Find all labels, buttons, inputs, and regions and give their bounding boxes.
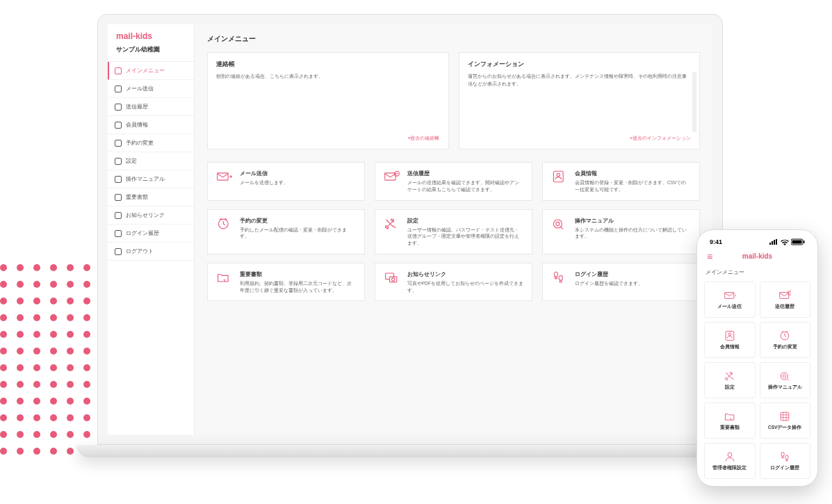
sidebar-item-calendar[interactable]: 予約の変更 [108,134,194,152]
card-desc: ユーザー情報の確認、パスワード・テスト送信先・送信グループ・固定文章や管理者権限… [407,227,523,247]
member-icon [551,170,568,184]
phone-card-folder[interactable]: 重要書類 [704,403,756,439]
card-desc: 会員情報の登録・変更・削除ができます。CSVでの一括変更も可能です。 [575,179,691,193]
members-icon [115,122,122,129]
phone-card-mail-send[interactable]: メール送信 [704,282,756,318]
card-search[interactable]: 操作マニュアル本システムの機能と操作の仕方について解説しています。 [542,209,700,254]
admin-icon [724,451,736,462]
phone-card-mail-history[interactable]: 送信履歴 [760,282,811,318]
information-panel-desc: 運営からのお知らせがある場合に表示されます。メンテナンス情報や障害時、その他利用… [468,73,692,135]
member-icon [724,330,736,341]
card-tools[interactable]: 設定ユーザー情報の確認、パスワード・テスト送信先・送信グループ・固定文章や管理者… [375,209,532,254]
login-icon [115,230,122,237]
card-title: お知らせリンク [407,270,523,278]
information-panel-link[interactable]: »過去のインフォメーション [468,135,692,142]
information-panel-title: インフォメーション [468,60,692,69]
mail-icon [115,86,122,92]
card-title: 重要書類 [240,270,356,278]
sidebar-item-label: メインメニュー [126,67,165,74]
phone-card-label: 操作マニュアル [768,384,802,391]
brand-logo: mail-kids [108,24,194,45]
sidebar-item-docs[interactable]: 重要書類 [108,188,194,206]
card-desc: メールの送信結果を確認できます。開封確認やアンケートの結果もこちらで確認できます… [407,179,523,193]
sidebar-item-label: メール送信 [126,85,154,92]
card-footsteps[interactable]: ログイン履歴ログイン履歴を確認できます。 [542,263,700,302]
sidebar-item-label: 予約の変更 [126,139,154,147]
sidebar-item-link[interactable]: お知らせリンク [108,206,194,225]
card-desc: 利用規約、契約書類、登録用二次元コードなど、次年度に引く継ぐ重要な書類が入ってい… [240,280,356,294]
sidebar-item-login[interactable]: ログイン履歴 [108,225,194,243]
camera-icon [384,270,400,284]
card-folder[interactable]: 重要書類利用規約、契約書類、登録用二次元コードなど、次年度に引く継ぐ重要な書類が… [207,263,365,302]
csv-icon [778,411,791,422]
sidebar-item-mail[interactable]: メール送信 [108,80,194,98]
phone-time: 9:41 [710,238,722,245]
logout-icon [115,248,122,255]
sidebar-item-label: 設定 [126,157,137,165]
tools-icon [384,217,400,231]
phone-mockup: 9:41 ≡ mail-kids メインメニュー メール送信送信履歴会員情報予約… [696,229,818,487]
sidebar-item-history[interactable]: 送信履歴 [108,98,194,116]
sidebar-item-label: ログイン履歴 [126,229,159,237]
mail-history-icon [778,290,791,301]
phone-card-search[interactable]: 操作マニュアル [760,362,811,398]
search-icon [778,371,791,382]
card-title: 送信履歴 [407,170,523,177]
clock-icon [778,330,791,341]
laptop-mockup: mail-kids サンプル幼稚園 メインメニューメール送信送信履歴会員情報予約… [97,14,723,457]
svg-rect-2 [804,241,805,243]
folder-icon [216,270,233,284]
sidebar-item-home[interactable]: メインメニュー [108,62,194,80]
phone-card-label: 送信履歴 [775,304,794,310]
contacts-panel: 連絡帳 個別の連絡がある場合、こちらに表示されます。 »過去の連絡帳 [207,52,449,149]
folder-icon [724,411,736,422]
scrollbar[interactable] [692,72,696,132]
card-title: メール送信 [240,170,356,177]
hamburger-icon[interactable]: ≡ [707,252,712,261]
phone-brand: mail-kids [742,252,772,260]
sidebar-item-label: お知らせリンク [126,211,165,219]
footsteps-icon [778,451,791,462]
sidebar-item-manual[interactable]: 操作マニュアル [108,170,194,188]
sidebar: mail-kids サンプル幼稚園 メインメニューメール送信送信履歴会員情報予約… [108,24,195,434]
main-content: メインメニュー 連絡帳 個別の連絡がある場合、こちらに表示されます。 »過去の連… [195,24,712,434]
phone-card-label: 会員情報 [720,344,740,350]
manual-icon [115,176,122,183]
sidebar-item-members[interactable]: 会員情報 [108,116,194,134]
phone-status-bar: 9:41 [704,237,810,250]
mail-send-icon [216,170,233,184]
phone-card-admin[interactable]: 管理者権限設定 [704,443,756,479]
card-desc: 写真やPDFを使用してお知らせのページを作成できます。 [407,280,523,294]
phone-card-csv[interactable]: CSVデータ操作 [760,403,811,439]
organization-name: サンプル幼稚園 [108,45,194,62]
phone-card-tools[interactable]: 設定 [704,362,756,398]
card-mail-history[interactable]: 送信履歴メールの送信結果を確認できます。開封確認やアンケートの結果もこちらで確認… [375,162,532,201]
phone-header: ≡ mail-kids [704,250,810,266]
page-title: メインメニュー [207,34,700,44]
sidebar-item-logout[interactable]: ログアウト [108,243,194,261]
sidebar-item-settings[interactable]: 設定 [108,152,194,170]
phone-card-footsteps[interactable]: ログイン履歴 [760,443,811,479]
card-title: 会員情報 [575,170,691,177]
card-title: 操作マニュアル [575,217,691,225]
phone-card-label: 管理者権限設定 [712,465,747,471]
settings-icon [115,158,122,165]
card-camera[interactable]: お知らせリンク写真やPDFを使用してお知らせのページを作成できます。 [375,263,532,302]
card-title: ログイン履歴 [575,270,691,278]
tools-icon [724,371,736,382]
contacts-panel-link[interactable]: »過去の連絡帳 [216,135,440,142]
card-title: 設定 [407,217,523,225]
contacts-panel-desc: 個別の連絡がある場合、こちらに表示されます。 [216,73,440,135]
card-member[interactable]: 会員情報会員情報の登録・変更・削除ができます。CSVでの一括変更も可能です。 [542,162,700,201]
card-mail-send[interactable]: メール送信メールを送信します。 [207,162,365,201]
docs-icon [115,194,122,201]
sidebar-item-label: ログアウト [126,247,154,255]
card-desc: ログイン履歴を確認できます。 [575,280,691,287]
contacts-panel-title: 連絡帳 [216,60,440,69]
phone-card-member[interactable]: 会員情報 [704,322,756,358]
card-clock[interactable]: 予約の変更予約したメール配信の確認・変更・削除ができます。 [207,209,365,254]
phone-card-label: メール送信 [717,304,742,310]
sidebar-item-label: 重要書類 [126,193,148,201]
history-icon [115,104,122,111]
phone-card-clock[interactable]: 予約の変更 [760,322,811,358]
